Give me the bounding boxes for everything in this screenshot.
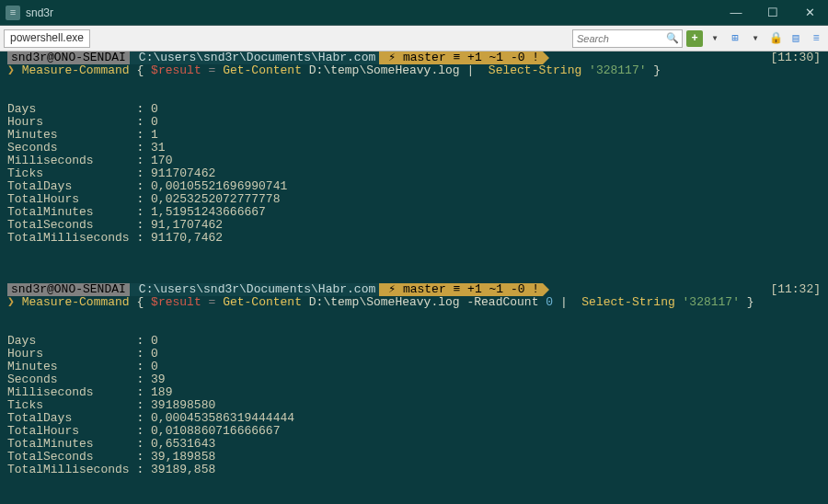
- output-value: 39: [151, 372, 166, 386]
- output-value: 39,189858: [151, 450, 215, 464]
- toolbar: powershell.exe 🔍 + ▾ ⊞ ▾ 🔒 ▤ ≡: [0, 26, 828, 52]
- eq: =: [209, 63, 216, 77]
- dropdown-icon[interactable]: ▾: [707, 30, 723, 47]
- output-row: Days : 0: [7, 103, 821, 116]
- prompt-caret: ❯: [7, 63, 15, 77]
- cmd-rcval: 0: [546, 295, 553, 309]
- cmd-var: $result: [151, 63, 201, 77]
- output-value: 1,51951243666667: [151, 205, 266, 219]
- cmd-var: $result: [151, 295, 201, 309]
- command-line: ❯ Measure-Command { $result = Get-Conten…: [7, 64, 821, 77]
- output-key: TotalSeconds: [7, 450, 136, 464]
- cmd-get: Get-Content: [223, 295, 302, 309]
- cmd-pattern: '328117': [683, 295, 740, 309]
- output-value: 170: [151, 154, 172, 167]
- output-row: Ticks : 911707462: [7, 167, 821, 180]
- command-line: ❯ Measure-Command { $result = Get-Conten…: [7, 296, 821, 309]
- pipe: |: [466, 63, 474, 77]
- output-row: Hours : 0: [7, 348, 821, 361]
- timestamp: [11:32]: [770, 283, 821, 296]
- maximize-button[interactable]: ☐: [754, 0, 791, 26]
- output-key: TotalMilliseconds: [7, 231, 136, 245]
- terminal[interactable]: snd3r@ONO-SENDAI C:\users\snd3r\Document…: [0, 52, 828, 504]
- output-key: Days: [7, 334, 136, 348]
- path: C:\users\snd3r\Documents\Habr.com: [130, 283, 379, 296]
- output-row: TotalSeconds : 91,1707462: [7, 219, 821, 232]
- options-dropdown-icon[interactable]: ▾: [747, 30, 764, 47]
- output-row: TotalMilliseconds : 39189,858: [7, 464, 821, 476]
- prompt-caret: ❯: [7, 295, 15, 309]
- output-value: 1: [151, 128, 158, 142]
- output-value: 189: [151, 385, 172, 399]
- cmd-measure: Measure-Command: [22, 295, 130, 309]
- cmd-pattern: '328117': [589, 63, 646, 77]
- output-key: TotalMinutes: [7, 437, 136, 451]
- prompt-line: snd3r@ONO-SENDAI C:\users\snd3r\Document…: [7, 52, 821, 64]
- prompt-line: snd3r@ONO-SENDAI C:\users\snd3r\Document…: [7, 283, 821, 296]
- output-key: TotalMinutes: [7, 205, 136, 219]
- output-row: Milliseconds : 170: [7, 155, 821, 167]
- menu-icon[interactable]: ≡: [808, 30, 824, 47]
- cmd-select: Select-String: [489, 63, 581, 77]
- output-row: Minutes : 1: [7, 129, 821, 142]
- windows-icon[interactable]: ⊞: [727, 30, 743, 47]
- output-row: Seconds : 39: [7, 373, 821, 386]
- add-tab-button[interactable]: +: [686, 30, 703, 47]
- panel-icon[interactable]: ▤: [788, 30, 804, 47]
- output-key: Minutes: [7, 128, 136, 142]
- close-button[interactable]: ✕: [791, 0, 828, 26]
- output-row: TotalMilliseconds : 91170,7462: [7, 232, 821, 245]
- output-value: 0: [151, 334, 158, 348]
- output-key: Minutes: [7, 360, 136, 373]
- cmd-select: Select-String: [581, 295, 674, 309]
- output-value: 31: [151, 141, 166, 155]
- output-row: TotalDays : 0,00105521696990741: [7, 180, 821, 193]
- brace-close: }: [747, 295, 754, 309]
- output-key: TotalDays: [7, 179, 136, 193]
- eq: =: [209, 295, 216, 309]
- output-key: Days: [7, 102, 136, 116]
- output-key: Hours: [7, 347, 136, 361]
- app-icon: ≡: [6, 6, 20, 20]
- tab-label[interactable]: powershell.exe: [4, 29, 90, 48]
- cmd-file: D:\temp\SomeHeavy.log: [309, 63, 460, 77]
- cmd-measure: Measure-Command: [22, 63, 130, 77]
- output-value: 0,000453586319444444: [151, 411, 294, 425]
- cmd-get: Get-Content: [223, 63, 302, 77]
- output-value: 391898580: [151, 398, 215, 412]
- titlebar: ≡ snd3r — ☐ ✕: [0, 0, 828, 26]
- output-value: 0,6531643: [151, 437, 215, 451]
- terminal-session: snd3r@ONO-SENDAI C:\users\snd3r\Document…: [0, 52, 828, 283]
- output-key: TotalDays: [7, 411, 136, 425]
- brace-close: }: [653, 63, 661, 77]
- search-wrap: 🔍: [572, 29, 683, 48]
- output-value: 0,0253252072777778: [151, 192, 280, 206]
- output-value: 0: [151, 360, 158, 373]
- output-key: Seconds: [7, 372, 136, 386]
- output-value: 91170,7462: [151, 231, 223, 245]
- output-key: TotalHours: [7, 192, 136, 206]
- output-value: 39189,858: [151, 463, 215, 476]
- output-key: Milliseconds: [7, 154, 136, 167]
- output-row: Days : 0: [7, 335, 821, 348]
- output-key: Ticks: [7, 398, 136, 412]
- user-host: snd3r@ONO-SENDAI: [7, 283, 130, 296]
- pipe: |: [560, 295, 568, 309]
- path: C:\users\snd3r\Documents\Habr.com: [130, 52, 379, 64]
- output-key: Seconds: [7, 141, 136, 155]
- minimize-button[interactable]: —: [718, 0, 754, 26]
- timestamp: [11:30]: [770, 52, 821, 64]
- output-row: Hours : 0: [7, 116, 821, 129]
- output-row: TotalHours : 0,0253252072777778: [7, 193, 821, 206]
- lock-icon[interactable]: 🔒: [767, 30, 784, 47]
- search-icon[interactable]: 🔍: [666, 32, 679, 44]
- output-row: Ticks : 391898580: [7, 399, 821, 412]
- output-row: Milliseconds : 189: [7, 386, 821, 399]
- output-key: Hours: [7, 115, 136, 129]
- terminal-session: snd3r@ONO-SENDAI C:\users\snd3r\Document…: [0, 283, 828, 504]
- user-host: snd3r@ONO-SENDAI: [7, 52, 130, 64]
- output-key: Milliseconds: [7, 385, 136, 399]
- brace-open: {: [136, 295, 144, 309]
- output-row: Seconds : 31: [7, 142, 821, 155]
- git-status: ⚡ master ≡ +1 ~1 -0 !: [379, 283, 543, 296]
